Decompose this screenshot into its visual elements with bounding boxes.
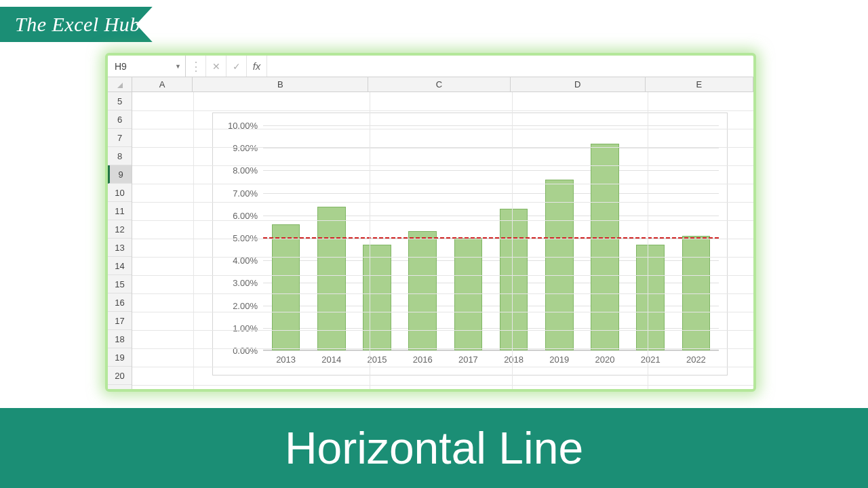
column-header-A[interactable]: A xyxy=(132,77,193,92)
formula-bar-divider-icon: ⋮ xyxy=(186,56,206,77)
y-axis-tick: 7.00% xyxy=(233,188,263,198)
y-axis-tick: 0.00% xyxy=(233,346,263,356)
y-axis-tick: 2.00% xyxy=(233,300,263,310)
grid-body: 567891011121314151617181920 0.00%1.00%2.… xyxy=(108,92,753,389)
column-header-row: ABCDE xyxy=(108,77,753,92)
bar-2013[interactable] xyxy=(272,224,300,350)
title-banner: Horizontal Line xyxy=(0,408,868,488)
bar-2021[interactable] xyxy=(636,245,665,350)
name-box-dropdown-icon[interactable]: ▼ xyxy=(175,63,181,70)
row-header-16[interactable]: 16 xyxy=(108,293,132,312)
banner-text: Horizontal Line xyxy=(285,422,583,474)
cells-area[interactable]: 0.00%1.00%2.00%3.00%4.00%5.00%6.00%7.00%… xyxy=(132,92,753,389)
bar-2020[interactable] xyxy=(591,144,619,350)
row-header-10[interactable]: 10 xyxy=(108,184,132,202)
spreadsheet-grid[interactable]: ABCDE 567891011121314151617181920 0.00%1… xyxy=(108,77,753,389)
y-axis-tick: 9.00% xyxy=(233,143,263,153)
x-axis-tick: 2017 xyxy=(458,350,478,365)
row-header-19[interactable]: 19 xyxy=(108,348,132,367)
bar-2016[interactable] xyxy=(408,231,437,350)
x-axis-tick: 2022 xyxy=(686,350,706,365)
x-axis-tick: 2016 xyxy=(413,350,433,365)
chart-gridline xyxy=(263,170,719,171)
column-header-E[interactable]: E xyxy=(646,77,753,92)
bar-2015[interactable] xyxy=(363,245,391,350)
row-header-7[interactable]: 7 xyxy=(108,129,132,147)
row-header-14[interactable]: 14 xyxy=(108,257,132,275)
y-axis-tick: 1.00% xyxy=(233,323,263,333)
x-axis-tick: 2014 xyxy=(321,350,341,365)
brand-logo-badge: The Excel Hub xyxy=(0,7,153,42)
chart-gridline xyxy=(263,125,719,126)
y-axis-tick: 8.00% xyxy=(233,165,263,176)
row-header-12[interactable]: 12 xyxy=(108,220,132,239)
row-header-column: 567891011121314151617181920 xyxy=(108,92,132,389)
y-axis-tick: 6.00% xyxy=(233,210,263,220)
fx-icon: fx xyxy=(253,60,261,72)
x-axis-tick: 2019 xyxy=(549,350,569,365)
check-icon: ✓ xyxy=(233,61,241,72)
row-header-9[interactable]: 9 xyxy=(108,165,132,184)
excel-window: H9 ▼ ⋮ ✕ ✓ fx ABCDE 56789101112131415161… xyxy=(105,53,756,392)
row-header-18[interactable]: 18 xyxy=(108,330,132,348)
row-header-6[interactable]: 6 xyxy=(108,110,132,129)
row-header-8[interactable]: 8 xyxy=(108,147,132,165)
cancel-formula-button[interactable]: ✕ xyxy=(206,56,226,77)
y-axis-tick: 5.00% xyxy=(233,233,263,243)
row-header-13[interactable]: 13 xyxy=(108,239,132,257)
bar-2017[interactable] xyxy=(454,238,483,350)
column-header-D[interactable]: D xyxy=(511,77,646,92)
bar-2014[interactable] xyxy=(317,207,346,350)
formula-input[interactable] xyxy=(267,56,753,77)
bar-2018[interactable] xyxy=(500,209,528,350)
x-axis-tick: 2013 xyxy=(276,350,296,365)
row-header-20[interactable]: 20 xyxy=(108,367,132,385)
x-axis-tick: 2021 xyxy=(641,350,660,365)
x-axis-tick: 2018 xyxy=(504,350,524,365)
close-icon: ✕ xyxy=(212,61,220,72)
name-box-value: H9 xyxy=(115,61,127,72)
x-axis-tick: 2020 xyxy=(595,350,615,365)
bar-2019[interactable] xyxy=(545,180,574,350)
select-all-corner[interactable] xyxy=(108,77,132,92)
row-header-15[interactable]: 15 xyxy=(108,275,132,293)
y-axis-tick: 3.00% xyxy=(233,278,263,288)
brand-logo-text: The Excel Hub xyxy=(15,13,140,36)
name-box[interactable]: H9 ▼ xyxy=(108,56,186,77)
column-header-B[interactable]: B xyxy=(193,77,368,92)
column-header-C[interactable]: C xyxy=(368,77,510,92)
enter-formula-button[interactable]: ✓ xyxy=(226,56,247,77)
bar-chart[interactable]: 0.00%1.00%2.00%3.00%4.00%5.00%6.00%7.00%… xyxy=(212,113,728,375)
insert-function-button[interactable]: fx xyxy=(247,56,267,77)
plot-area: 0.00%1.00%2.00%3.00%4.00%5.00%6.00%7.00%… xyxy=(263,125,719,350)
chart-gridline xyxy=(263,148,719,148)
chart-gridline xyxy=(263,193,719,194)
row-header-11[interactable]: 11 xyxy=(108,202,132,220)
row-header-17[interactable]: 17 xyxy=(108,312,132,330)
row-header-5[interactable]: 5 xyxy=(108,92,132,110)
formula-bar: H9 ▼ ⋮ ✕ ✓ fx xyxy=(108,56,753,77)
